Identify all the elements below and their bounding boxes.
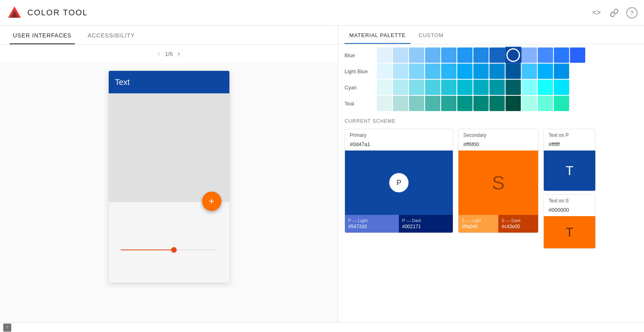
swatch-2-2[interactable] <box>409 80 424 95</box>
prev-arrow[interactable]: ‹ <box>158 49 160 58</box>
swatch-2-1[interactable] <box>393 80 408 95</box>
swatch-1-0[interactable] <box>377 64 392 79</box>
swatch-3-3[interactable] <box>425 96 440 111</box>
phone-content: + <box>109 93 229 202</box>
primary-dark-hex: #002171 <box>402 224 450 229</box>
bottom-icon[interactable]: ! <box>3 324 11 332</box>
swatch-0-0[interactable] <box>377 47 392 63</box>
swatch-3-7[interactable] <box>489 96 505 111</box>
swatch-1-9[interactable] <box>522 64 537 79</box>
secondary-card-hex: #ff6f00 <box>458 140 538 151</box>
swatch-1-11[interactable] <box>554 64 569 79</box>
header-right: <> ? <box>591 7 638 19</box>
swatch-3-10[interactable] <box>538 96 553 111</box>
swatch-1-4[interactable] <box>441 64 456 79</box>
secondary-dark-label: S — Dark <box>502 218 535 223</box>
phone-app-bar-title: Text <box>115 78 130 87</box>
swatch-2-11[interactable] <box>554 80 569 95</box>
swatch-0-5[interactable] <box>457 47 473 63</box>
swatch-2-9[interactable] <box>522 80 537 95</box>
primary-light-label: P — Light <box>348 218 396 223</box>
text-on-s-symbol: T <box>566 225 574 240</box>
swatch-3-0[interactable] <box>377 96 392 111</box>
primary-dark-label: P — Dark <box>402 218 450 223</box>
text-on-p-card: Text on P #ffffff T <box>543 129 596 191</box>
swatch-2-7[interactable] <box>489 80 505 95</box>
main-layout: USER INTERFACES ACCESSIBILITY ‹ 1/6 › Te… <box>0 26 644 332</box>
swatch-3-5[interactable] <box>457 96 473 111</box>
slider[interactable] <box>121 250 217 250</box>
swatch-3-11[interactable] <box>554 96 569 111</box>
scheme-cards: Primary #0d47a1 P P — Light #5472d3 P — … <box>338 126 644 252</box>
swatch-1-2[interactable] <box>409 64 424 79</box>
swatch-0-3[interactable] <box>425 47 440 63</box>
swatch-0-2[interactable] <box>409 47 424 63</box>
phone-bottom <box>109 202 229 283</box>
swatch-2-5[interactable] <box>457 80 473 95</box>
swatch-0-12[interactable] <box>570 47 585 63</box>
swatch-1-8[interactable] <box>506 64 521 79</box>
color-grid: BlueLight BlueCyanTeal <box>338 44 644 115</box>
primary-light-block[interactable]: P — Light #5472d3 <box>345 215 399 233</box>
swatch-2-0[interactable] <box>377 80 392 95</box>
tab-material-palette[interactable]: MATERIAL PALETTE <box>345 26 411 44</box>
swatch-0-7[interactable] <box>489 47 505 63</box>
secondary-sub: S — Light #ffa040 S — Dark #c43e00 <box>458 215 538 233</box>
swatch-0-11[interactable] <box>554 47 569 63</box>
header-left: COLOR TOOL <box>6 5 88 21</box>
page-indicator: 1/6 <box>165 51 173 57</box>
swatch-0-1[interactable] <box>393 47 408 63</box>
fab-button[interactable]: + <box>202 192 221 211</box>
primary-main-block[interactable]: P <box>345 151 453 215</box>
secondary-main-block[interactable]: S <box>458 151 538 215</box>
next-arrow[interactable]: › <box>178 49 180 58</box>
swatch-0-9[interactable] <box>522 47 537 63</box>
color-swatches-1 <box>377 64 569 79</box>
code-icon[interactable]: <> <box>591 7 602 19</box>
swatch-3-4[interactable] <box>441 96 456 111</box>
secondary-light-block[interactable]: S — Light #ffa040 <box>458 215 498 233</box>
color-row-teal: Teal <box>345 96 638 111</box>
left-panel: USER INTERFACES ACCESSIBILITY ‹ 1/6 › Te… <box>0 26 338 332</box>
text-on-s-block: T <box>544 216 595 248</box>
swatch-3-2[interactable] <box>409 96 424 111</box>
swatch-1-1[interactable] <box>393 64 408 79</box>
swatch-2-3[interactable] <box>425 80 440 95</box>
color-row-light-blue: Light Blue <box>345 64 638 79</box>
swatch-1-3[interactable] <box>425 64 440 79</box>
link-icon[interactable] <box>609 7 620 19</box>
tab-accessibility[interactable]: ACCESSIBILITY <box>85 26 138 44</box>
swatch-0-8[interactable] <box>506 47 521 63</box>
swatch-0-6[interactable] <box>473 47 489 63</box>
secondary-dark-block[interactable]: S — Dark #c43e00 <box>498 215 538 233</box>
secondary-dark-hex: #c43e00 <box>502 224 535 229</box>
pagination: ‹ 1/6 › <box>0 45 338 63</box>
swatch-1-5[interactable] <box>457 64 473 79</box>
swatch-0-4[interactable] <box>441 47 456 63</box>
primary-sub: P — Light #5472d3 P — Dark #002171 <box>345 215 453 233</box>
swatch-1-10[interactable] <box>538 64 553 79</box>
swatch-0-10[interactable] <box>538 47 553 63</box>
secondary-symbol: S <box>492 172 505 194</box>
app-title: COLOR TOOL <box>27 8 88 17</box>
swatch-1-7[interactable] <box>489 64 505 79</box>
swatch-2-4[interactable] <box>441 80 456 95</box>
swatch-1-6[interactable] <box>473 64 489 79</box>
swatch-2-8[interactable] <box>506 80 521 95</box>
help-icon[interactable]: ? <box>626 7 638 19</box>
swatch-3-6[interactable] <box>473 96 489 111</box>
swatch-3-8[interactable] <box>506 96 521 111</box>
text-on-s-header: Text on S <box>544 195 595 205</box>
primary-card-header: Primary <box>345 129 453 140</box>
swatch-2-10[interactable] <box>538 80 553 95</box>
primary-dark-block[interactable]: P — Dark #002171 <box>399 215 453 233</box>
tab-custom[interactable]: CUSTOM <box>414 26 448 44</box>
current-scheme-label: CURRENT SCHEME <box>338 115 644 126</box>
color-row-label-0: Blue <box>345 52 377 58</box>
swatch-2-6[interactable] <box>473 80 489 95</box>
swatch-3-1[interactable] <box>393 96 408 111</box>
secondary-card: Secondary #ff6f00 S S — Light #ffa040 S … <box>458 129 539 233</box>
tab-user-interfaces[interactable]: USER INTERFACES <box>10 26 75 44</box>
swatch-3-9[interactable] <box>522 96 537 111</box>
text-on-p-symbol: T <box>566 163 574 178</box>
